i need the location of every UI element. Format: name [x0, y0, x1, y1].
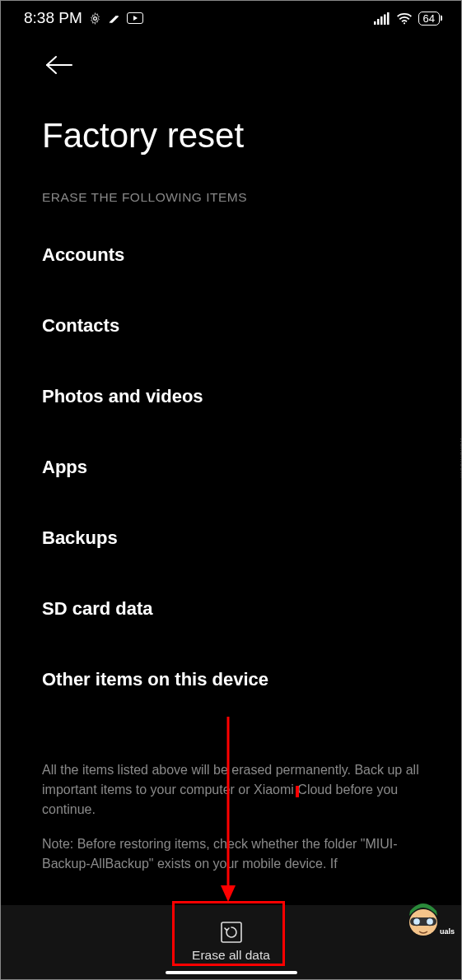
- svg-point-0: [93, 16, 96, 20]
- svg-point-14: [413, 918, 421, 926]
- restore-icon: [221, 922, 242, 943]
- erase-all-data-button[interactable]: Erase all data: [192, 922, 270, 963]
- pen-icon: [108, 12, 120, 25]
- note-erase-warning: All the items listed above will be erase…: [42, 760, 420, 820]
- page-title: Factory reset: [1, 86, 461, 164]
- svg-point-6: [403, 22, 404, 24]
- list-item: Accounts: [42, 220, 420, 290]
- svg-rect-1: [374, 21, 376, 25]
- list-item: Contacts: [42, 290, 420, 361]
- list-item: Backups: [42, 503, 420, 574]
- list-item: Other items on this device: [42, 644, 420, 715]
- svg-rect-2: [377, 19, 380, 25]
- appuals-logo: uals: [399, 898, 461, 941]
- list-item: Photos and videos: [42, 361, 420, 432]
- cellular-signal-icon: [374, 12, 390, 25]
- status-left-cluster: 8:38 PM: [24, 9, 143, 27]
- svg-rect-4: [384, 14, 386, 25]
- gear-icon: [89, 12, 101, 25]
- status-bar: 8:38 PM: [1, 1, 461, 32]
- list-item: Apps: [42, 432, 420, 503]
- battery-level: 64: [423, 13, 435, 24]
- erase-items-list: Accounts Contacts Photos and videos Apps…: [1, 213, 461, 715]
- status-right-cluster: 64: [374, 12, 440, 26]
- bottom-action-bar: Erase all data: [1, 905, 461, 979]
- home-indicator[interactable]: [166, 971, 297, 974]
- svg-point-15: [427, 918, 434, 926]
- back-button[interactable]: [45, 55, 73, 75]
- battery-indicator: 64: [418, 12, 440, 26]
- youtube-icon: [127, 12, 143, 24]
- wifi-icon: [396, 12, 413, 25]
- clock-time: 8:38 PM: [24, 9, 82, 27]
- svg-rect-3: [380, 16, 383, 25]
- svg-text:uals: uals: [440, 927, 455, 936]
- list-item: SD card data: [42, 574, 420, 644]
- svg-rect-8: [222, 922, 241, 942]
- note-restore-hint: Note: Before restoring items, check whet…: [42, 834, 420, 874]
- erase-caption: ERASE THE FOLLOWING ITEMS: [1, 164, 461, 213]
- erase-button-label: Erase all data: [192, 948, 270, 963]
- notes-area: All the items listed above will be erase…: [1, 760, 461, 905]
- watermark-text: wsxdn.com: [459, 437, 462, 478]
- nav-row: [1, 32, 461, 86]
- svg-rect-5: [387, 12, 390, 25]
